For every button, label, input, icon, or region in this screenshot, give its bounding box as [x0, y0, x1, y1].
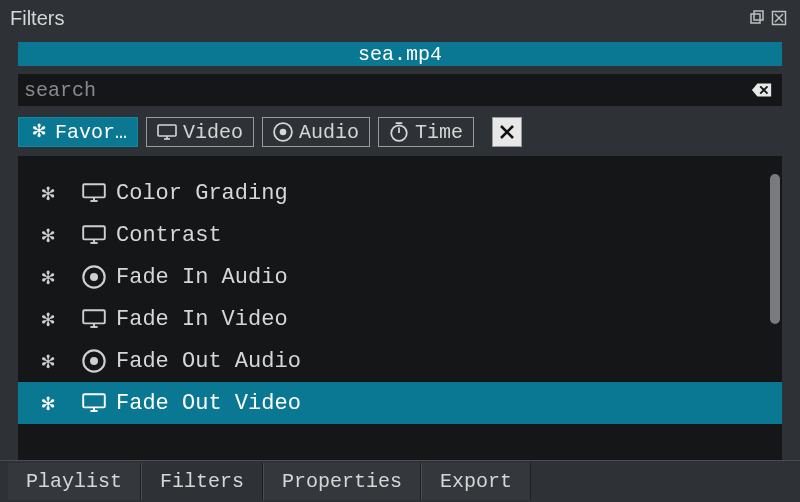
scrollbar-thumb[interactable] — [770, 174, 780, 324]
filter-name: Fade In Video — [116, 307, 288, 332]
favorite-icon: ✻ — [38, 264, 58, 291]
monitor-icon — [157, 122, 177, 142]
bottom-tabbar: Playlist Filters Properties Export — [0, 460, 800, 502]
filter-row[interactable]: ✻ Fade In Audio — [18, 256, 782, 298]
search-input[interactable] — [24, 79, 750, 102]
tab-playlist[interactable]: Playlist — [8, 463, 141, 500]
category-audio[interactable]: Audio — [262, 117, 370, 147]
category-time[interactable]: Time — [378, 117, 474, 147]
filter-row[interactable]: ✻ Fade In Video — [18, 298, 782, 340]
monitor-icon — [82, 183, 106, 203]
category-favorites[interactable]: ✻ Favor… — [18, 117, 138, 147]
filter-name: Fade Out Audio — [116, 349, 301, 374]
svg-rect-17 — [83, 185, 105, 198]
filter-row[interactable]: ✻ Color Grading — [18, 172, 782, 214]
category-row: ✻ Favor… Video Audio Time — [18, 114, 782, 150]
filters-panel: Filters sea.mp4 ✻ Favor… — [0, 0, 800, 502]
filter-row[interactable]: ✻ Fade Out Audio — [18, 340, 782, 382]
tab-properties[interactable]: Properties — [263, 463, 421, 500]
clear-search-icon[interactable] — [750, 80, 774, 100]
category-video-label: Video — [183, 121, 243, 144]
monitor-icon — [82, 309, 106, 329]
disc-icon — [273, 122, 293, 142]
svg-rect-0 — [751, 14, 760, 23]
close-category-button[interactable] — [492, 117, 522, 147]
current-file-bar: sea.mp4 — [18, 42, 782, 66]
disc-icon — [82, 267, 106, 287]
undock-icon[interactable] — [748, 9, 766, 27]
svg-point-29 — [90, 357, 98, 365]
category-audio-label: Audio — [299, 121, 359, 144]
monitor-icon — [82, 393, 106, 413]
filter-list: ✻ Color Grading ✻ Contrast ✻ Fade In Aud… — [18, 156, 782, 460]
asterisk-icon: ✻ — [29, 122, 49, 142]
current-file-name: sea.mp4 — [358, 43, 442, 66]
svg-rect-1 — [754, 11, 763, 20]
category-video[interactable]: Video — [146, 117, 254, 147]
category-time-label: Time — [415, 121, 463, 144]
filter-row[interactable]: ✻ Contrast — [18, 214, 782, 256]
favorite-icon: ✻ — [38, 180, 58, 207]
svg-point-11 — [280, 129, 287, 136]
favorite-icon: ✻ — [38, 306, 58, 333]
filter-name: Contrast — [116, 223, 222, 248]
favorite-icon: ✻ — [38, 348, 58, 375]
monitor-icon — [82, 225, 106, 245]
filter-name: Fade In Audio — [116, 265, 288, 290]
search-row — [18, 74, 782, 106]
filter-name: Color Grading — [116, 181, 288, 206]
svg-rect-30 — [83, 395, 105, 408]
svg-rect-25 — [83, 311, 105, 324]
category-favorites-label: Favor… — [55, 121, 127, 144]
svg-rect-7 — [158, 125, 176, 136]
favorite-icon: ✻ — [38, 390, 58, 417]
tab-filters[interactable]: Filters — [141, 463, 263, 500]
stopwatch-icon — [389, 122, 409, 142]
tab-export[interactable]: Export — [421, 463, 531, 500]
filter-name: Fade Out Video — [116, 391, 301, 416]
svg-point-24 — [90, 273, 98, 281]
filter-row[interactable]: ✻ Fade Out Video — [18, 382, 782, 424]
panel-titlebar: Filters — [0, 0, 800, 36]
favorite-icon: ✻ — [38, 222, 58, 249]
close-panel-icon[interactable] — [770, 9, 788, 27]
disc-icon — [82, 351, 106, 371]
filter-row-partial — [18, 156, 782, 172]
svg-rect-20 — [83, 227, 105, 240]
panel-title: Filters — [10, 7, 64, 30]
